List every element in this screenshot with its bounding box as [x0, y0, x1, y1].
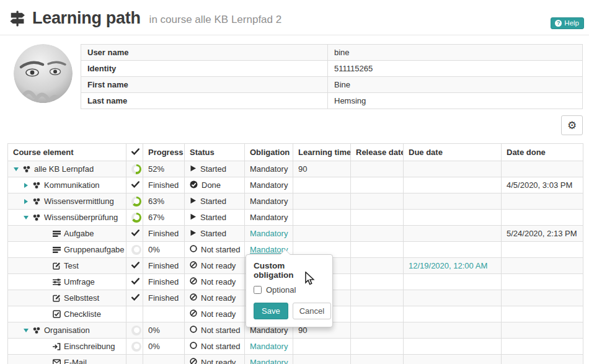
- task-icon: [52, 246, 61, 254]
- table-header-row: Course elementProgressStatusObligationLe…: [8, 144, 583, 161]
- structure-icon: [32, 327, 41, 334]
- course-element-label: Umfrage: [64, 277, 95, 286]
- avatar: [14, 44, 73, 103]
- not-ready-icon: [190, 277, 197, 286]
- play-icon: [190, 213, 197, 222]
- user-info-label: Last name: [81, 93, 328, 109]
- check-icon: [131, 229, 140, 238]
- settings-button[interactable]: ⚙: [561, 115, 583, 135]
- cancel-button[interactable]: Cancel: [293, 303, 331, 319]
- progress-cell: 67%: [143, 210, 185, 226]
- table-row: Aufgabe Finished Started Mandatory 5/24/…: [8, 226, 583, 242]
- date-done-cell: [502, 355, 583, 364]
- due-date[interactable]: 12/19/2020, 12:00 AM: [409, 261, 487, 270]
- question-circle-icon: ?: [555, 20, 562, 27]
- date-done-cell: [502, 322, 583, 339]
- table-row: alle KB Lernpfad 52% Started Mandatory 9…: [8, 161, 583, 177]
- caret-down-icon[interactable]: [13, 167, 19, 171]
- save-button[interactable]: Save: [254, 303, 288, 319]
- course-element-label: Aufgabe: [64, 229, 94, 238]
- status-label: Started: [200, 229, 226, 238]
- edit-icon: [52, 294, 61, 302]
- structure-icon: [32, 198, 41, 205]
- progress-donut: [131, 213, 141, 223]
- status-label: Not ready: [201, 293, 236, 303]
- column-passed: [126, 144, 143, 161]
- caret-right-icon[interactable]: [23, 199, 29, 204]
- course-element-label: Organisation: [44, 326, 90, 335]
- user-info-label: User name: [81, 45, 328, 60]
- release-date-cell: [351, 290, 404, 306]
- not-ready-icon: [190, 358, 197, 364]
- caret-down-icon[interactable]: [23, 329, 29, 332]
- optional-checkbox[interactable]: [254, 286, 262, 294]
- obligation-link: Mandatory: [250, 164, 288, 174]
- popup-title: Custom obligation: [254, 261, 325, 280]
- release-date-cell: [351, 161, 404, 177]
- course-element-label: Selbsttest: [64, 293, 99, 303]
- table-row: E-Mail Not ready Mandatory: [8, 355, 583, 364]
- page-title: Learning path: [32, 9, 141, 28]
- user-info-label: First name: [81, 77, 328, 92]
- progress-cell: [143, 355, 185, 364]
- progress-cell: 52%: [143, 161, 185, 177]
- check-square-icon: [52, 310, 61, 318]
- learning-time-cell: [293, 193, 351, 210]
- column-progress: Progress: [143, 144, 185, 161]
- obligation-link[interactable]: Mandatory: [250, 358, 288, 364]
- obligation-link[interactable]: Mandatory: [250, 229, 288, 238]
- column-date-done: Date done: [502, 144, 583, 161]
- course-element-label: Wissensüberprüfung: [44, 213, 118, 222]
- release-date-cell: [351, 177, 404, 193]
- status-label: Started: [200, 213, 226, 222]
- circle-outline-icon: [190, 326, 197, 335]
- check-icon: [131, 261, 140, 270]
- release-date-cell: [351, 242, 404, 258]
- course-element-label: Test: [64, 261, 79, 270]
- progress-donut: [131, 164, 141, 174]
- column-due-date: Due date: [404, 144, 502, 161]
- user-info-row: First name Bine: [81, 77, 582, 93]
- not-ready-icon: [190, 309, 197, 319]
- date-done-cell: [502, 274, 583, 290]
- optional-label: Optional: [266, 285, 296, 295]
- column-course-element: Course element: [8, 144, 126, 161]
- caret-down-icon[interactable]: [23, 216, 29, 220]
- table-row: Wissensüberprüfung 67% Started Mandatory: [8, 210, 583, 226]
- not-ready-icon: [190, 261, 197, 270]
- structure-icon: [32, 214, 41, 221]
- obligation-link: Mandatory: [250, 213, 288, 222]
- status-label: Started: [200, 164, 226, 174]
- user-info-value: bine: [328, 48, 356, 57]
- course-element-label: Wissensvermittlung: [44, 197, 114, 206]
- progress-cell: Finished: [143, 258, 185, 274]
- status-label: Not started: [201, 326, 241, 335]
- release-date-cell: [351, 306, 404, 322]
- progress-cell: Finished: [143, 274, 185, 290]
- release-date-cell: [351, 210, 404, 226]
- custom-obligation-popup: Custom obligation Optional Save Cancel: [246, 254, 333, 327]
- signpost-icon: [9, 10, 26, 27]
- obligation-link[interactable]: Mandatory: [250, 342, 288, 351]
- column-learning-time: Learning time: [293, 144, 351, 161]
- learning-time-cell: [293, 177, 351, 193]
- done-circle-icon: [190, 180, 198, 190]
- gear-icon: ⚙: [567, 119, 577, 131]
- edit-icon: [52, 262, 61, 270]
- status-label: Not started: [201, 342, 241, 351]
- progress-cell: 0%: [143, 322, 185, 339]
- table-row: Einschreibung 0% Not started Mandatory: [8, 339, 583, 355]
- help-button[interactable]: ? Help: [551, 17, 584, 29]
- progress-donut: [131, 326, 141, 335]
- date-done-cell: [502, 290, 583, 306]
- column-obligation: Obligation: [245, 144, 293, 161]
- progress-donut: [131, 197, 141, 206]
- caret-right-icon[interactable]: [23, 183, 29, 188]
- course-element-label: E-Mail: [64, 358, 87, 364]
- progress-cell: [143, 306, 185, 322]
- learning-time-cell: [293, 355, 351, 364]
- date-done-cell: [502, 306, 583, 322]
- table-row: Wissensvermittlung 63% Started Mandatory: [8, 193, 583, 210]
- date-done-cell: [502, 258, 583, 274]
- help-label: Help: [564, 19, 579, 27]
